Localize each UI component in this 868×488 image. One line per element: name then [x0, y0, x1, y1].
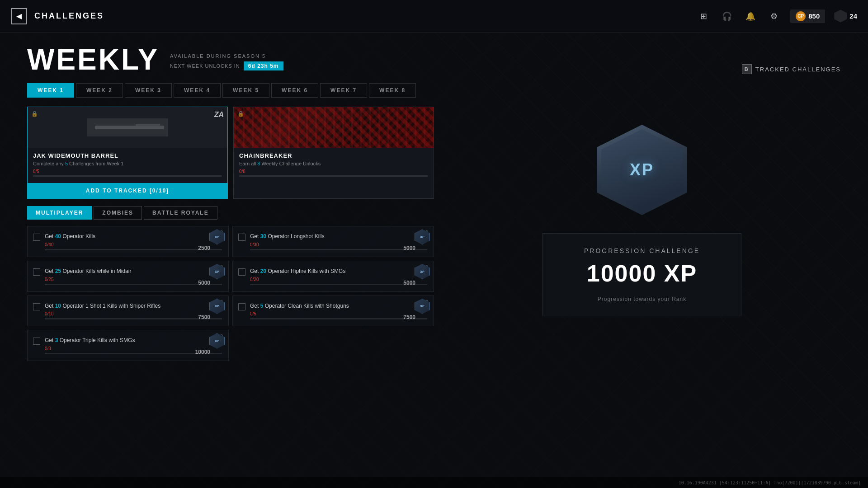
xp-badge-3: XP — [415, 264, 430, 279]
reward-card-jak[interactable]: 🔒 ZA JAK WIDEMOUTH BARREL Complete any 5… — [27, 107, 228, 199]
next-week-block: NEXT WEEK UNLOCKS IN 6d 23h 5m — [170, 61, 283, 70]
challenge-title-5: Get 5 Operator Clean Kills with Shotguns — [250, 302, 427, 310]
progression-title: PROGRESSION CHALLENGE — [557, 247, 727, 254]
reward-card-desc-jak: Complete any 5 Challenges from Week 1 — [33, 161, 222, 166]
tab-multiplayer[interactable]: MULTIPLAYER — [27, 206, 92, 220]
reward-card-name-chainbreaker: CHAINBREAKER — [239, 152, 428, 159]
xp-hex-2: XP — [209, 264, 225, 279]
challenge-progress-text-3: 0/20 — [250, 277, 427, 282]
tab-week-6[interactable]: WEEK 6 — [271, 83, 318, 98]
challenge-item-1: Get 30 Operator Longshot Kills 0/30 🔒 50… — [232, 226, 434, 257]
notifications-icon[interactable]: 🔔 — [743, 9, 758, 23]
challenge-xp-0: 2500 — [198, 245, 210, 251]
add-tracked-button[interactable]: ADD TO TRACKED [0/10] — [28, 183, 227, 198]
tab-week-5[interactable]: WEEK 5 — [222, 83, 269, 98]
challenge-progress-text-5: 0/5 — [250, 311, 427, 316]
progression-panel: PROGRESSION CHALLENGE 10000 XP Progressi… — [542, 233, 741, 316]
reward-card-name-jak: JAK WIDEMOUTH BARREL — [33, 152, 222, 159]
tab-week-2[interactable]: WEEK 2 — [76, 83, 123, 98]
challenge-item-6: Get 3 Operator Triple Kills with SMGs 0/… — [27, 330, 229, 361]
brand-icon: ZA — [214, 111, 224, 119]
tab-week-1[interactable]: WEEK 1 — [27, 83, 74, 98]
currency-amount: 850 — [808, 12, 820, 20]
challenge-checkbox-5[interactable] — [238, 303, 245, 310]
challenge-checkbox-0[interactable] — [33, 234, 40, 241]
progression-xp: 10000 XP — [557, 260, 727, 287]
grid-icon[interactable]: ⊞ — [696, 9, 711, 23]
challenge-checkbox-6[interactable] — [33, 338, 40, 345]
header: ◀ CHALLENGES ⊞ 🎧 🔔 ⚙ CP 850 24 — [0, 0, 868, 33]
headset-icon[interactable]: 🎧 — [720, 9, 734, 23]
challenge-item-0: Get 40 Operator Kills 0/40 🔒 2500 XP — [27, 226, 229, 257]
section-title: WEEKLY — [27, 45, 159, 74]
progression-description: Progression towards your Rank — [557, 296, 727, 302]
challenge-xp-4: 7500 — [198, 314, 210, 320]
xp-hex-1: XP — [415, 229, 430, 244]
week-tabs: WEEK 1 WEEK 2 WEEK 3 WEEK 4 WEEK 5 WEEK … — [27, 83, 841, 98]
tab-week-8[interactable]: WEEK 8 — [369, 83, 416, 98]
challenge-progress-text-0: 0/40 — [45, 242, 222, 247]
challenge-title-2: Get 25 Operator Kills while in Midair — [45, 267, 222, 275]
challenge-xp-6: 10000 — [195, 349, 210, 355]
tracked-icon: B — [742, 64, 752, 74]
challenge-title-0: Get 40 Operator Kills — [45, 233, 222, 240]
reward-card-chainbreaker[interactable]: 🔒 CHAINBREAKER Earn all 8 Weekly Challen… — [233, 107, 434, 199]
challenge-progress-text-4: 0/10 — [45, 311, 222, 316]
level-number: 24 — [849, 12, 857, 20]
challenge-title-4: Get 10 Operator 1 Shot 1 Kills with Snip… — [45, 302, 222, 310]
xp-hex-5: XP — [415, 299, 430, 314]
progress-bar-chainbreaker — [239, 175, 428, 177]
settings-icon[interactable]: ⚙ — [767, 9, 781, 23]
next-week-label: NEXT WEEK UNLOCKS IN — [170, 63, 240, 69]
back-button[interactable]: ◀ — [11, 8, 27, 24]
currency-display[interactable]: CP 850 — [790, 9, 825, 23]
challenge-item-3: Get 20 Operator Hipfire Kills with SMGs … — [232, 261, 434, 292]
challenge-progress-bar-4 — [45, 318, 222, 319]
challenge-checkbox-4[interactable] — [33, 303, 40, 310]
challenge-checkbox-1[interactable] — [238, 234, 245, 241]
main-content: WEEKLY AVAILABLE DURING SEASON 5 NEXT WE… — [0, 33, 868, 488]
tracked-challenges-button[interactable]: B TRACKED CHALLENGES — [742, 64, 841, 74]
header-right: ⊞ 🎧 🔔 ⚙ CP 850 24 — [696, 9, 857, 23]
reward-card-body-jak: JAK WIDEMOUTH BARREL Complete any 5 Chal… — [28, 148, 227, 181]
challenge-progress-text-2: 0/25 — [45, 277, 222, 282]
xp-badge-0: XP — [209, 229, 225, 244]
challenge-title-3: Get 20 Operator Hipfire Kills with SMGs — [250, 267, 427, 275]
tab-week-7[interactable]: WEEK 7 — [320, 83, 367, 98]
level-icon — [834, 10, 847, 23]
reward-cards: 🔒 ZA JAK WIDEMOUTH BARREL Complete any 5… — [27, 107, 434, 199]
weekly-header: WEEKLY AVAILABLE DURING SEASON 5 NEXT WE… — [27, 33, 841, 83]
tab-battle-royale[interactable]: BATTLE ROYALE — [144, 206, 217, 220]
xp-hex-3: XP — [415, 264, 430, 279]
xp-hex-0: XP — [209, 229, 225, 244]
challenge-item-2: Get 25 Operator Kills while in Midair 0/… — [27, 261, 229, 292]
weekly-meta: AVAILABLE DURING SEASON 5 NEXT WEEK UNLO… — [170, 53, 283, 74]
tracked-challenges-label: TRACKED CHALLENGES — [755, 66, 841, 73]
challenge-content-0: Get 40 Operator Kills 0/40 — [45, 233, 222, 250]
challenge-xp-5: 7500 — [403, 314, 415, 320]
challenge-content-3: Get 20 Operator Hipfire Kills with SMGs … — [250, 267, 427, 285]
reward-card-image-chainbreaker: 🔒 — [234, 107, 434, 148]
page-title: CHALLENGES — [34, 11, 104, 21]
challenge-title-1: Get 30 Operator Longshot Kills — [250, 233, 427, 240]
next-week-timer: 6d 23h 5m — [244, 61, 283, 70]
challenge-checkbox-3[interactable] — [238, 268, 245, 276]
status-bar: 10.16.190A4231 [54:123:11250+11:A] Tho[7… — [0, 477, 868, 488]
xp-badge-6: XP — [209, 333, 225, 349]
challenge-xp-1: 5000 — [403, 245, 415, 251]
reward-card-body-chainbreaker: CHAINBREAKER Earn all 8 Weekly Challenge… — [234, 148, 434, 181]
level-display[interactable]: 24 — [834, 10, 857, 23]
challenge-item-4: Get 10 Operator 1 Shot 1 Kills with Snip… — [27, 296, 229, 327]
challenge-content-2: Get 25 Operator Kills while in Midair 0/… — [45, 267, 222, 285]
available-text: AVAILABLE DURING SEASON 5 — [170, 53, 283, 59]
xp-badge-4: XP — [209, 299, 225, 314]
tab-week-4[interactable]: WEEK 4 — [174, 83, 221, 98]
tab-zombies[interactable]: ZOMBIES — [94, 206, 142, 220]
xp-badge-2: XP — [209, 264, 225, 279]
challenge-checkbox-2[interactable] — [33, 268, 40, 276]
xp-hex-6: XP — [209, 333, 225, 349]
tab-week-3[interactable]: WEEK 3 — [125, 83, 172, 98]
xp-badge-1: XP — [415, 229, 430, 244]
challenge-xp-2: 5000 — [198, 280, 210, 286]
status-text: 10.16.190A4231 [54:123:11250+11:A] Tho[7… — [679, 480, 861, 485]
